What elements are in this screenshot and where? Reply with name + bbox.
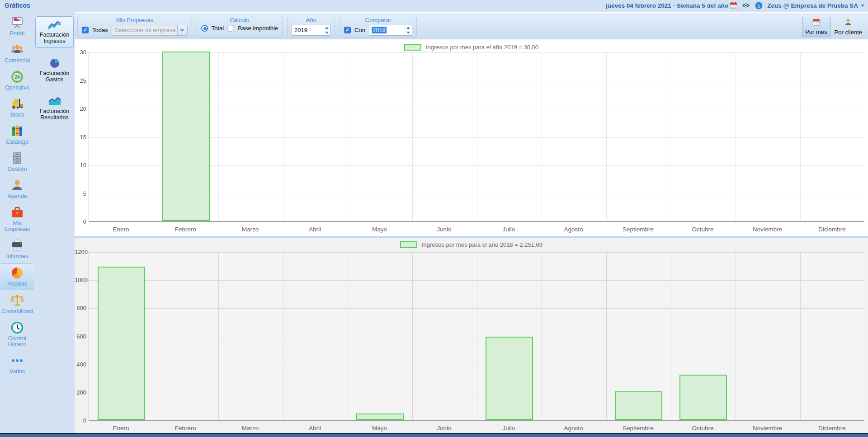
gridline — [542, 252, 542, 420]
sidebar-item-label: MisEmpresas — [5, 221, 30, 232]
operativa-icon: 24 — [10, 70, 24, 84]
year-spin-up-button[interactable] — [323, 25, 330, 30]
sidebar-item-operativa[interactable]: 24Operativa — [0, 68, 34, 94]
submenu-item-facturacion-resultados[interactable]: FacturaciónResultados — [35, 93, 74, 124]
year-input[interactable]: 2019 — [292, 25, 330, 36]
sidebar-item-varios[interactable]: Varios — [0, 352, 34, 377]
bar-octubre-2018 — [679, 375, 726, 420]
gridline — [477, 252, 477, 420]
submenu-item-facturacion-ingresos[interactable]: FacturaciónIngresos — [35, 16, 74, 48]
sidebar-item-label: Stock — [10, 112, 24, 118]
sidebar-item-portal[interactable]: Portal — [0, 14, 34, 39]
x-label-octubre: Octubre — [670, 226, 735, 233]
view-button-label: Por mes — [805, 28, 827, 35]
charts-submenu: FacturaciónIngresosFacturaciónGastosFact… — [34, 12, 75, 433]
empresa-select[interactable]: Seleccione mi empresa — [112, 25, 188, 36]
gridline — [606, 52, 607, 221]
sidebar-item-informes[interactable]: Informes — [0, 236, 34, 262]
y-tick-label: 5 — [75, 190, 86, 197]
bar-julio-2018 — [486, 337, 533, 420]
gridline — [606, 252, 607, 420]
chart-2019-section: Ingresos por mes para el año 2019 = 30,0… — [75, 40, 868, 236]
sidebar-item-label: Varios — [9, 369, 25, 375]
view-button-label: Por cliente — [835, 29, 862, 36]
todas-checkbox[interactable]: ✓ — [82, 27, 89, 33]
x-label-agosto: Agosto — [541, 226, 606, 233]
con-checkbox[interactable]: ✓ — [344, 27, 351, 33]
sidebar-item-mis-empresas[interactable]: MisEmpresas — [0, 203, 34, 235]
todas-label: Todas — [92, 27, 108, 33]
svg-text:24: 24 — [14, 75, 20, 80]
empresas-icon — [10, 206, 24, 219]
compare-spin-up-button[interactable] — [405, 25, 412, 30]
x-label-septiembre: Septiembre — [606, 226, 670, 233]
comercial-icon — [10, 43, 24, 56]
y-tick-label: 15 — [75, 134, 86, 141]
x-label-marzo: Marzo — [218, 226, 283, 233]
chart-2018-section: Ingresos por mes para el año 2018 = 2.25… — [75, 238, 868, 433]
submenu-item-label: FacturaciónGastos — [40, 70, 69, 83]
stock-icon — [10, 97, 24, 111]
legend-label: Ingresos por mes para el año 2019 = 30,0… — [426, 44, 538, 51]
x-label-abril: Abril — [283, 425, 347, 432]
base-imponible-radio[interactable] — [227, 25, 234, 32]
x-label-abril: Abril — [283, 226, 347, 233]
gridline — [283, 52, 283, 221]
contabilidad-icon — [10, 294, 24, 307]
sidebar-item-label: Portal — [10, 31, 25, 37]
page-title: Gráficos — [5, 2, 30, 9]
bottom-bar — [0, 433, 868, 437]
sidebar-item-contabilidad[interactable]: Contabilidad — [0, 291, 34, 317]
sidebar-item-agenda[interactable]: Agenda — [0, 176, 34, 202]
group-ano: Año 2019 — [287, 16, 335, 38]
empresa-select-dropdown-button[interactable] — [177, 25, 187, 35]
base-imponible-radio-label: Base imponible — [238, 25, 278, 32]
analisis-icon — [10, 266, 24, 280]
compare-year-value: 2018 — [372, 27, 387, 33]
x-label-julio: Julio — [476, 425, 541, 432]
resultados-icon — [48, 96, 61, 106]
group-title: Mis Empresas — [116, 17, 153, 24]
x-label-agosto: Agosto — [541, 425, 606, 432]
year-spin-down-button[interactable] — [323, 30, 330, 35]
group-title: Año — [306, 17, 316, 24]
por-mes-button[interactable]: Por mes — [802, 17, 830, 37]
por-cliente-button[interactable]: Por cliente — [831, 17, 865, 37]
varios-icon — [10, 354, 24, 367]
group-calculo: Cálculo TotalBase imponible — [197, 16, 283, 38]
compare-spin-down-button[interactable] — [405, 30, 412, 35]
y-tick-label: 20 — [75, 105, 86, 113]
sidebar-item-label: Agenda — [7, 193, 27, 199]
submenu-item-facturacion-gastos[interactable]: FacturaciónGastos — [35, 55, 74, 86]
compare-year-input[interactable]: 2018 — [369, 25, 412, 36]
calendar-icon[interactable] — [729, 1, 737, 9]
plot-area-2019 — [89, 52, 864, 222]
sidebar-item-stock[interactable]: Stock — [0, 95, 34, 121]
control-icon — [10, 321, 24, 334]
sidebar-item-control-horario[interactable]: ControlHorario — [0, 319, 34, 350]
total-radio-label: Total — [212, 25, 224, 32]
bar-febrero-2019 — [162, 52, 209, 221]
portal-icon — [10, 16, 24, 29]
sidebar-item-gestion[interactable]: Gestión — [0, 149, 34, 175]
catalogo-icon — [10, 124, 24, 138]
eye-icon[interactable] — [742, 1, 750, 9]
sidebar-item-comercial[interactable]: Comercial — [0, 41, 34, 66]
gridline — [736, 252, 736, 420]
group-title: Comparar — [365, 17, 392, 24]
total-radio[interactable] — [201, 25, 208, 32]
info-icon[interactable]: i — [755, 1, 763, 9]
gridline — [477, 52, 477, 221]
group-comparar: Comparar ✓ Con 2018 — [340, 16, 417, 38]
year-spinner — [323, 25, 330, 35]
top-bar: Gráficos jueves 04 febrero 2021 - Semana… — [0, 0, 868, 12]
sidebar-item-catalogo[interactable]: Catálogo — [0, 122, 34, 148]
user-menu[interactable]: Zeus @ Empresa de Prueba SA — [767, 2, 864, 9]
gridline — [218, 252, 219, 420]
sidebar-item-analisis[interactable]: Análisis — [0, 263, 34, 290]
topbar-right-cluster: i Zeus @ Empresa de Prueba SA — [729, 1, 864, 9]
svg-text:i: i — [758, 3, 760, 8]
y-tick-label: 25 — [75, 77, 86, 85]
gridline — [736, 52, 736, 221]
gridline — [283, 252, 283, 420]
